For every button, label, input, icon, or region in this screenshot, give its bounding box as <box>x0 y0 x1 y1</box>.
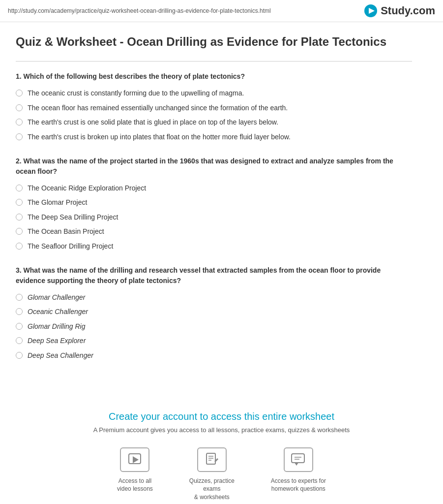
radio-button[interactable] <box>16 228 23 235</box>
url-bar: http://study.com/academy/practice/quiz-w… <box>8 7 271 14</box>
quiz-icon <box>205 452 219 467</box>
radio-button[interactable] <box>16 294 23 301</box>
q3-answer-1[interactable]: Glomar Challenger <box>16 293 412 303</box>
radio-button[interactable] <box>16 133 23 140</box>
answer-label: The earth's crust is one solid plate tha… <box>28 118 278 127</box>
quiz-icon-box <box>197 447 227 472</box>
answer-label: The Deep Sea Drilling Project <box>28 213 118 222</box>
svg-marker-11 <box>295 463 298 466</box>
answer-label: Glomar Challenger <box>28 293 86 303</box>
answer-label: Deep Sea Explorer <box>28 336 86 346</box>
radio-button[interactable] <box>16 214 23 220</box>
svg-marker-3 <box>133 456 139 463</box>
cta-quiz-label: Quizzes, practice exams& worksheets <box>182 477 241 502</box>
svg-rect-4 <box>207 453 215 464</box>
cta-video-icon-item: Access to allvideo lessons <box>117 447 153 502</box>
q2-answer-3[interactable]: The Deep Sea Drilling Project <box>16 213 412 222</box>
question-3: 3. What was the name of the drilling and… <box>16 265 412 361</box>
radio-button[interactable] <box>16 337 23 344</box>
answer-label: The Glomar Project <box>28 198 87 208</box>
q2-answer-4[interactable]: The Ocean Basin Project <box>16 227 412 237</box>
answer-label: The oceanic crust is constantly forming … <box>28 89 244 98</box>
radio-button[interactable] <box>16 90 23 96</box>
answer-label: The Ocean Basin Project <box>28 227 104 237</box>
logo: Study.com <box>364 4 435 18</box>
question-1-text: 1. Which of the following best describes… <box>16 71 412 82</box>
q1-answer-3[interactable]: The earth's crust is one solid plate tha… <box>16 118 412 127</box>
cta-icons-row: Access to allvideo lessons Quizzes, prac… <box>10 447 433 502</box>
cta-expert-label: Access to experts forhomework questions <box>271 477 326 494</box>
studycom-logo-icon <box>364 4 378 18</box>
radio-button[interactable] <box>16 308 23 315</box>
radio-button[interactable] <box>16 243 23 250</box>
question-3-text: 3. What was the name of the drilling and… <box>16 265 412 286</box>
q2-answer-5[interactable]: The Seafloor Drilling Project <box>16 242 412 252</box>
radio-button[interactable] <box>16 352 23 359</box>
q3-answer-5[interactable]: Deep Sea Challenger <box>16 351 412 361</box>
answer-label: Glomar Drilling Rig <box>28 322 85 332</box>
cta-subtitle: A Premium account gives you access to al… <box>10 426 433 434</box>
cta-title: Create your account to access this entir… <box>10 411 433 422</box>
svg-rect-8 <box>292 454 304 463</box>
radio-button[interactable] <box>16 323 23 330</box>
radio-button[interactable] <box>16 119 23 126</box>
main-content: Quiz & Worksheet - Ocean Drilling as Evi… <box>0 22 428 386</box>
expert-icon-box <box>284 447 313 472</box>
logo-text: Study.com <box>381 4 435 17</box>
radio-button[interactable] <box>16 104 23 111</box>
answer-label: Deep Sea Challenger <box>28 351 93 361</box>
answer-label: The earth's crust is broken up into plat… <box>28 132 291 142</box>
title-divider <box>16 61 412 62</box>
q1-answer-4[interactable]: The earth's crust is broken up into plat… <box>16 132 412 142</box>
play-icon <box>128 453 142 467</box>
answer-label: Oceanic Challenger <box>28 307 88 317</box>
answer-label: The Oceanic Ridge Exploration Project <box>28 184 146 193</box>
q1-answer-1[interactable]: The oceanic crust is constantly forming … <box>16 89 412 98</box>
radio-button[interactable] <box>16 185 23 191</box>
q3-answer-2[interactable]: Oceanic Challenger <box>16 307 412 317</box>
q2-answer-1[interactable]: The Oceanic Ridge Exploration Project <box>16 184 412 193</box>
page-title: Quiz & Worksheet - Ocean Drilling as Evi… <box>16 34 412 49</box>
question-2-text: 2. What was the name of the project star… <box>16 156 412 177</box>
radio-button[interactable] <box>16 199 23 206</box>
chat-icon <box>291 453 306 467</box>
video-icon-box <box>120 447 149 472</box>
q2-answer-2[interactable]: The Glomar Project <box>16 198 412 208</box>
cta-quiz-icon-item: Quizzes, practice exams& worksheets <box>182 447 241 502</box>
question-1: 1. Which of the following best describes… <box>16 71 412 142</box>
answer-label: The Seafloor Drilling Project <box>28 242 113 252</box>
q3-answer-4[interactable]: Deep Sea Explorer <box>16 336 412 346</box>
question-2: 2. What was the name of the project star… <box>16 156 412 252</box>
top-bar: http://study.com/academy/practice/quiz-w… <box>0 0 443 22</box>
cta-section: Create your account to access this entir… <box>0 396 443 504</box>
answer-label: The ocean floor has remained essentially… <box>28 103 288 113</box>
cta-video-label: Access to allvideo lessons <box>117 477 153 494</box>
q3-answer-3[interactable]: Glomar Drilling Rig <box>16 322 412 332</box>
q1-answer-2[interactable]: The ocean floor has remained essentially… <box>16 103 412 113</box>
cta-expert-icon-item: Access to experts forhomework questions <box>271 447 326 502</box>
